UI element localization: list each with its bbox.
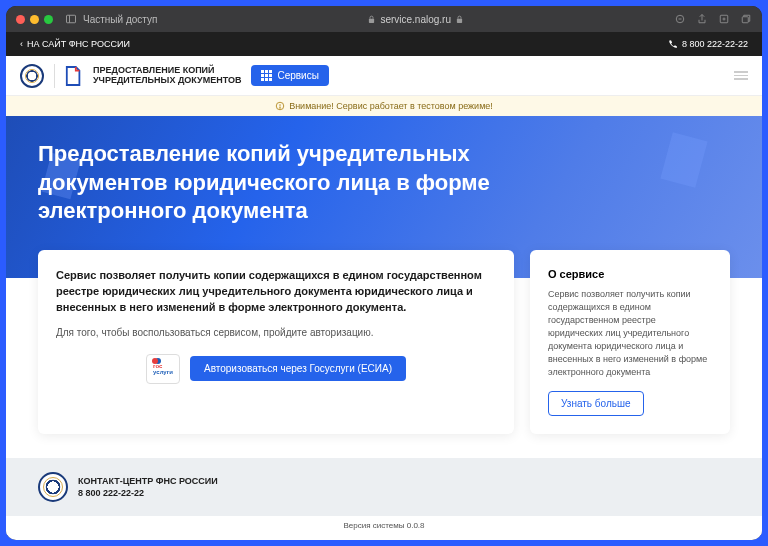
divider <box>54 64 55 88</box>
version-text: Версия системы 0.0.8 <box>6 516 762 535</box>
tab-label: Частный доступ <box>83 14 157 25</box>
svg-rect-3 <box>457 18 462 22</box>
gosuslugi-badge: гос услуги <box>146 354 180 384</box>
back-to-site-link[interactable]: ‹ НА САЙТ ФНС РОССИИ <box>20 39 130 49</box>
hero-title: Предоставление копий учредительных докум… <box>38 140 598 226</box>
svg-point-12 <box>280 107 281 108</box>
main-card: Сервис позволяет получить копии содержащ… <box>38 250 514 434</box>
svg-rect-0 <box>67 15 76 23</box>
service-title: ПРЕДОСТАВЛЕНИЕ КОПИЙ УЧРЕДИТЕЛЬНЫХ ДОКУМ… <box>93 66 241 86</box>
svg-rect-2 <box>369 18 374 22</box>
share-icon[interactable] <box>696 13 708 25</box>
browser-tab[interactable]: Частный доступ <box>65 13 157 25</box>
lock-icon <box>367 15 376 24</box>
browser-window: Частный доступ service.nalog.ru ‹ НА САЙ… <box>6 6 762 540</box>
tabs-icon[interactable] <box>740 13 752 25</box>
address-bar[interactable]: service.nalog.ru <box>163 14 668 25</box>
auth-row: гос услуги Авторизоваться через Госуслуг… <box>56 354 496 384</box>
warning-icon <box>275 101 285 111</box>
footer-phone: 8 800 222-22-22 <box>78 487 218 500</box>
footer-emblem-icon <box>38 472 68 502</box>
menu-button[interactable] <box>734 71 748 80</box>
new-tab-icon[interactable] <box>718 13 730 25</box>
fns-emblem-icon <box>20 64 44 88</box>
footer-contact: КОНТАКТ-ЦЕНТР ФНС РОССИИ 8 800 222-22-22 <box>78 475 218 500</box>
warning-text: Внимание! Сервис работает в тестовом реж… <box>289 101 493 111</box>
content-area: Сервис позволяет получить копии содержащ… <box>6 250 762 434</box>
secure-lock-icon <box>455 15 464 24</box>
back-link-text: НА САЙТ ФНС РОССИИ <box>27 39 130 49</box>
side-card-title: О сервисе <box>548 268 712 280</box>
side-card: О сервисе Сервис позволяет получить копи… <box>530 250 730 434</box>
auth-button[interactable]: Авторизоваться через Госуслуги (ЕСИА) <box>190 356 406 381</box>
reader-icon[interactable] <box>674 13 686 25</box>
svg-rect-9 <box>742 17 748 23</box>
grid-icon <box>261 70 272 81</box>
header-phone[interactable]: 8 800 222-22-22 <box>668 39 748 49</box>
main-card-text: Для того, чтобы воспользоваться сервисом… <box>56 326 496 340</box>
maximize-icon[interactable] <box>44 15 53 24</box>
side-card-text: Сервис позволяет получить копии содержащ… <box>548 288 712 379</box>
url-text: service.nalog.ru <box>380 14 451 25</box>
sidebar-icon <box>65 13 77 25</box>
document-logo-icon <box>65 65 83 87</box>
footer: КОНТАКТ-ЦЕНТР ФНС РОССИИ 8 800 222-22-22 <box>6 458 762 516</box>
main-header: ПРЕДОСТАВЛЕНИЕ КОПИЙ УЧРЕДИТЕЛЬНЫХ ДОКУМ… <box>6 56 762 96</box>
page-content: ‹ НА САЙТ ФНС РОССИИ 8 800 222-22-22 ПРЕ… <box>6 32 762 540</box>
browser-actions <box>674 13 752 25</box>
chevron-left-icon: ‹ <box>20 39 23 49</box>
browser-chrome: Частный доступ service.nalog.ru <box>6 6 762 32</box>
header-phone-number: 8 800 222-22-22 <box>682 39 748 49</box>
title-line2: УЧРЕДИТЕЛЬНЫХ ДОКУМЕНТОВ <box>93 76 241 86</box>
warning-banner: Внимание! Сервис работает в тестовом реж… <box>6 96 762 116</box>
window-controls[interactable] <box>16 15 53 24</box>
top-nav: ‹ НА САЙТ ФНС РОССИИ 8 800 222-22-22 <box>6 32 762 56</box>
services-button[interactable]: Сервисы <box>251 65 328 86</box>
close-icon[interactable] <box>16 15 25 24</box>
services-label: Сервисы <box>277 70 318 81</box>
gosuslugi-dots-icon <box>152 358 158 364</box>
footer-contact-label: КОНТАКТ-ЦЕНТР ФНС РОССИИ <box>78 475 218 488</box>
learn-more-button[interactable]: Узнать больше <box>548 391 644 416</box>
gos-blue: услуги <box>153 369 173 375</box>
minimize-icon[interactable] <box>30 15 39 24</box>
phone-icon <box>668 39 678 49</box>
main-card-heading: Сервис позволяет получить копии содержащ… <box>56 268 496 316</box>
